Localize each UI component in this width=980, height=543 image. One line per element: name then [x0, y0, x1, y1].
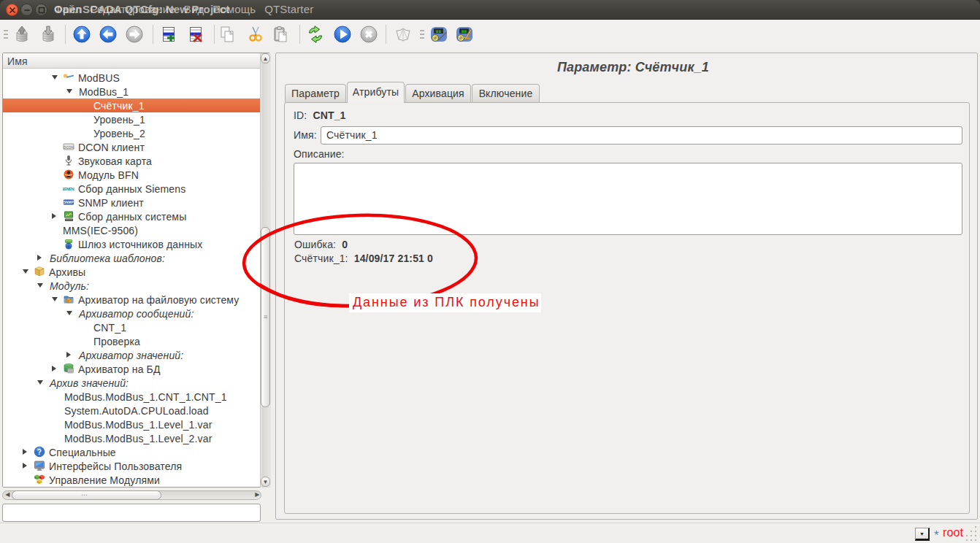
svg-text:SIEMENS: SIEMENS: [63, 187, 74, 191]
svg-text:88: 88: [462, 29, 467, 34]
svg-text:?: ?: [37, 448, 42, 456]
svg-text:88: 88: [436, 29, 442, 34]
svg-text:SNMP: SNMP: [64, 201, 74, 204]
svg-text:DCON: DCON: [64, 146, 74, 150]
